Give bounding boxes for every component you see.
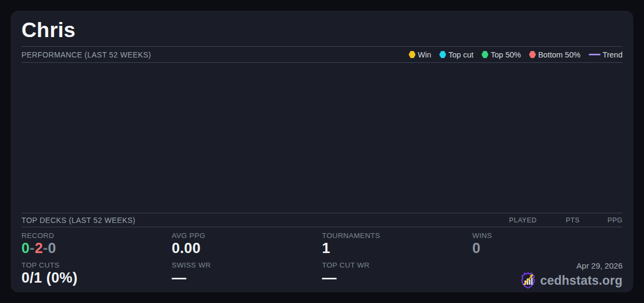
record-value: 0-2-0	[21, 240, 172, 257]
legend-label: Top 50%	[491, 50, 521, 59]
record-wins: 0	[21, 240, 30, 256]
stat-swiss-wr: SWISS WR —	[172, 257, 322, 289]
performance-header: PERFORMANCE (LAST 52 WEEKS) Win Top cut …	[21, 47, 623, 62]
card-date: Apr 29, 2026	[576, 261, 623, 270]
player-name: Chris	[21, 17, 623, 42]
legend-item-bottom-50: Bottom 50%	[529, 50, 581, 59]
trend-line-icon	[589, 54, 601, 55]
stat-label: TOURNAMENTS	[322, 232, 472, 240]
top-decks-columns: PLAYED PTS PPG	[494, 217, 623, 224]
wins-value: 0	[472, 240, 623, 257]
win-dot-icon	[408, 51, 415, 58]
record-losses: 2	[35, 240, 43, 256]
top-cut-dot-icon	[439, 51, 446, 58]
cedhstats-logo-icon	[520, 272, 536, 289]
stats-grid: RECORD 0-2-0 AVG PPG 0.00 TOURNAMENTS 1 …	[21, 227, 623, 292]
top-50-dot-icon	[481, 51, 488, 58]
chart-legend: Win Top cut Top 50% Bottom 50% Trend	[408, 50, 623, 59]
record-separator: -	[43, 240, 48, 256]
page: Chris PERFORMANCE (LAST 52 WEEKS) Win To…	[0, 0, 644, 303]
column-header-ppg: PPG	[580, 217, 623, 224]
stat-label: AVG PPG	[172, 232, 322, 240]
record-separator: -	[30, 240, 34, 256]
legend-label: Trend	[603, 50, 623, 59]
record-draws: 0	[48, 240, 56, 256]
card-footer: Apr 29, 2026 cedhstats.org	[472, 257, 623, 289]
column-header-played: PLAYED	[494, 217, 537, 224]
performance-section-title: PERFORMANCE (LAST 52 WEEKS)	[21, 50, 151, 59]
bottom-50-dot-icon	[529, 51, 536, 58]
stat-avg-ppg: AVG PPG 0.00	[172, 227, 322, 257]
stat-label: WINS	[472, 232, 623, 240]
stat-label: TOP CUTS	[21, 261, 172, 270]
stat-record: RECORD 0-2-0	[21, 227, 172, 257]
stat-top-cuts: TOP CUTS 0/1 (0%)	[21, 257, 172, 289]
stat-label: TOP CUT WR	[322, 261, 472, 270]
stat-wins: WINS 0	[472, 227, 623, 257]
top-decks-section-title: TOP DECKS (LAST 52 WEEKS)	[21, 216, 135, 225]
legend-item-win: Win	[408, 50, 431, 59]
player-stats-card: Chris PERFORMANCE (LAST 52 WEEKS) Win To…	[11, 11, 633, 292]
legend-label: Top cut	[448, 50, 473, 59]
avg-ppg-value: 0.00	[172, 240, 322, 257]
swiss-wr-value: —	[172, 270, 322, 286]
column-header-pts: PTS	[537, 217, 580, 224]
top-decks-header: TOP DECKS (LAST 52 WEEKS) PLAYED PTS PPG	[21, 213, 623, 227]
top-cuts-value: 0/1 (0%)	[21, 270, 172, 286]
stat-label: SWISS WR	[172, 261, 322, 270]
stat-top-cut-wr: TOP CUT WR —	[322, 257, 472, 289]
legend-item-top-50: Top 50%	[481, 50, 521, 59]
legend-item-trend: Trend	[589, 50, 623, 59]
stat-label: RECORD	[21, 232, 172, 240]
top-cut-wr-value: —	[322, 270, 472, 286]
legend-label: Win	[418, 50, 431, 59]
legend-label: Bottom 50%	[538, 50, 581, 59]
brand: cedhstats.org	[520, 272, 623, 289]
stat-tournaments: TOURNAMENTS 1	[322, 227, 472, 257]
legend-item-top-cut: Top cut	[439, 50, 473, 59]
tournaments-value: 1	[322, 240, 472, 257]
performance-chart	[21, 63, 623, 213]
brand-name: cedhstats.org	[540, 273, 623, 288]
